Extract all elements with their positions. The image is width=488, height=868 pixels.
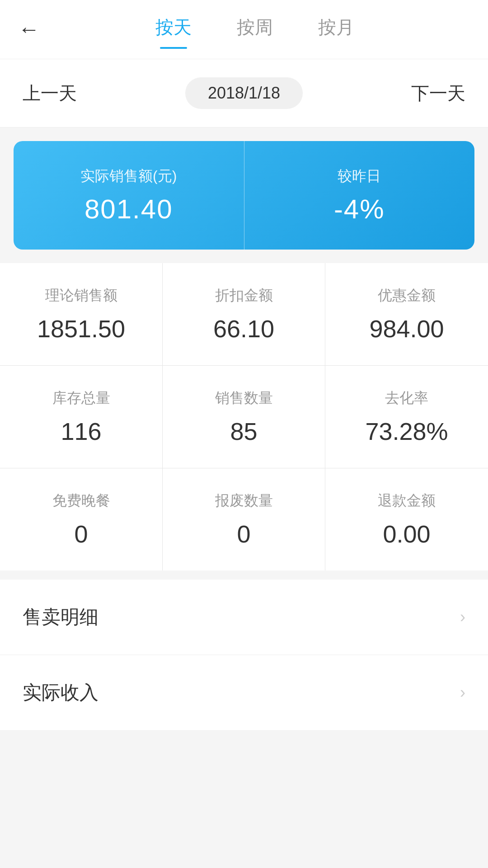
chevron-right-icon-actual-income: › <box>460 683 465 702</box>
stat-label-scrapped-quantity: 报废数量 <box>215 491 273 511</box>
actual-sales-label: 实际销售额(元) <box>80 166 177 186</box>
stat-refund-amount: 退款金额 0.00 <box>325 468 488 571</box>
stat-label-promo-amount: 优惠金额 <box>378 286 436 306</box>
stat-promo-amount: 优惠金额 984.00 <box>325 263 488 366</box>
actual-sales-section: 实际销售额(元) 801.40 <box>14 141 244 250</box>
menu-item-label-sales-detail: 售卖明细 <box>23 604 99 630</box>
back-arrow-icon: ← <box>18 19 40 40</box>
stat-discount-amount: 折扣金额 66.10 <box>163 263 325 366</box>
stat-value-refund-amount: 0.00 <box>383 520 430 548</box>
current-date-display[interactable]: 2018/1/18 <box>185 77 303 109</box>
stat-label-sales-quantity: 销售数量 <box>215 388 273 408</box>
stat-value-inventory-total: 116 <box>61 417 101 445</box>
tab-by-day[interactable]: 按天 <box>155 15 192 44</box>
stat-value-promo-amount: 984.00 <box>369 315 444 343</box>
stat-label-theoretical-sales: 理论销售额 <box>45 286 117 306</box>
comparison-value: -4% <box>334 193 385 225</box>
stat-scrapped-quantity: 报废数量 0 <box>163 468 325 571</box>
stat-free-dinner: 免费晚餐 0 <box>0 468 163 571</box>
tab-by-month[interactable]: 按月 <box>318 15 354 44</box>
stat-sell-through-rate: 去化率 73.28% <box>325 366 488 468</box>
header: ← 按天 按周 按月 <box>0 0 488 59</box>
stat-label-free-dinner: 免费晚餐 <box>52 491 110 511</box>
stat-label-refund-amount: 退款金额 <box>378 491 436 511</box>
menu-section: 售卖明细 › 实际收入 › <box>0 580 488 730</box>
back-button[interactable]: ← <box>18 19 40 40</box>
chevron-right-icon-sales-detail: › <box>460 608 465 627</box>
tab-bar: 按天 按周 按月 <box>40 15 470 44</box>
menu-item-label-actual-income: 实际收入 <box>23 680 99 705</box>
comparison-label: 较昨日 <box>338 166 381 186</box>
tab-by-week[interactable]: 按周 <box>237 15 273 44</box>
stat-label-sell-through-rate: 去化率 <box>385 388 428 408</box>
stat-value-sales-quantity: 85 <box>230 417 257 445</box>
prev-day-button[interactable]: 上一天 <box>23 81 77 106</box>
sales-summary-card: 实际销售额(元) 801.40 较昨日 -4% <box>14 141 474 250</box>
comparison-section: 较昨日 -4% <box>244 141 475 250</box>
next-day-button[interactable]: 下一天 <box>411 81 465 106</box>
menu-item-sales-detail[interactable]: 售卖明细 › <box>0 580 488 655</box>
stat-label-inventory-total: 库存总量 <box>52 388 110 408</box>
stat-value-theoretical-sales: 1851.50 <box>37 315 125 343</box>
stats-grid: 理论销售额 1851.50 折扣金额 66.10 优惠金额 984.00 库存总… <box>0 263 488 571</box>
menu-item-actual-income[interactable]: 实际收入 › <box>0 655 488 730</box>
stat-value-free-dinner: 0 <box>74 520 88 548</box>
stat-sales-quantity: 销售数量 85 <box>163 366 325 468</box>
stat-theoretical-sales: 理论销售额 1851.50 <box>0 263 163 366</box>
stat-inventory-total: 库存总量 116 <box>0 366 163 468</box>
stat-value-discount-amount: 66.10 <box>213 315 274 343</box>
stat-value-sell-through-rate: 73.28% <box>365 417 448 445</box>
stat-value-scrapped-quantity: 0 <box>237 520 250 548</box>
actual-sales-value: 801.40 <box>84 193 173 225</box>
date-navigation: 上一天 2018/1/18 下一天 <box>0 59 488 127</box>
stat-label-discount-amount: 折扣金额 <box>215 286 273 306</box>
